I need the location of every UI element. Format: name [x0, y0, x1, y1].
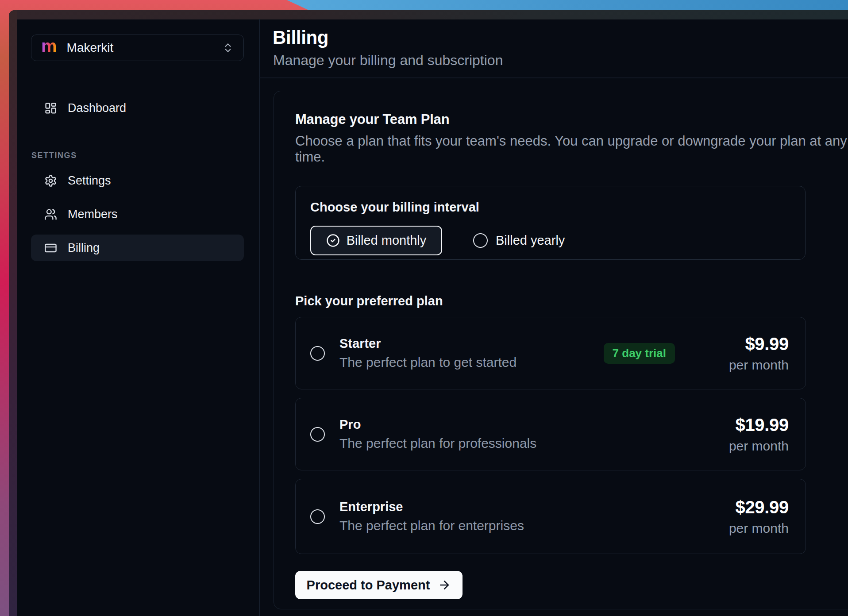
plan-name: Starter — [339, 336, 517, 351]
sidebar-item-label: Members — [68, 208, 118, 221]
circle-check-icon — [326, 234, 340, 247]
pick-plan-label: Pick your preferred plan — [295, 294, 848, 308]
gear-icon — [44, 174, 57, 187]
users-icon — [44, 208, 57, 221]
plan-row-starter[interactable]: Starter The perfect plan to get started … — [295, 317, 806, 389]
workspace-selector[interactable]: m Makerkit — [31, 35, 244, 61]
window-titlebar — [9, 10, 848, 19]
billing-interval-label: Choose your billing interval — [310, 200, 790, 215]
plan-price: $9.99 — [700, 334, 789, 354]
plan-price: $29.99 — [700, 497, 789, 517]
credit-card-icon — [44, 242, 57, 254]
sidebar-item-label: Dashboard — [68, 101, 126, 115]
plan-period: per month — [700, 358, 789, 373]
radio-circle[interactable] — [310, 509, 325, 524]
plan-row-enterprise[interactable]: Enterprise The perfect plan for enterpri… — [295, 479, 806, 554]
header-divider — [259, 77, 848, 78]
makerkit-logo: m — [41, 39, 57, 53]
billing-interval-group: Choose your billing interval Billed mont… — [295, 186, 806, 260]
sidebar-item-settings[interactable]: Settings — [31, 167, 244, 194]
plan-name: Pro — [339, 417, 536, 432]
app-window: m Makerkit Dashboard SETTINGS Settings M… — [9, 10, 848, 616]
team-plan-card: Manage your Team Plan Choose a plan that… — [274, 91, 848, 609]
card-title: Manage your Team Plan — [295, 112, 848, 127]
trial-badge: 7 day trial — [604, 343, 675, 364]
plan-description: The perfect plan for professionals — [339, 436, 536, 451]
workspace-name: Makerkit — [67, 41, 114, 55]
sidebar-section-settings: SETTINGS — [31, 151, 77, 160]
billed-monthly-label: Billed monthly — [347, 233, 427, 248]
sidebar-item-label: Billing — [68, 241, 100, 255]
proceed-button-label: Proceed to Payment — [307, 578, 430, 593]
desktop: { "sidebar": { "workspace": { "logo_lett… — [0, 0, 848, 616]
page-title: Billing — [273, 27, 328, 48]
billed-yearly-label: Billed yearly — [496, 233, 565, 248]
page-subtitle: Manage your billing and subscription — [273, 52, 503, 69]
billed-yearly-option[interactable]: Billed yearly — [473, 233, 565, 248]
radio-circle[interactable] — [310, 346, 325, 361]
plan-row-pro[interactable]: Pro The perfect plan for professionals $… — [295, 398, 806, 470]
sidebar-item-members[interactable]: Members — [31, 201, 244, 227]
plan-name: Enterprise — [339, 500, 524, 514]
plan-period: per month — [700, 521, 789, 536]
plan-period: per month — [700, 439, 789, 454]
sidebar-item-label: Settings — [68, 174, 111, 188]
radio-circle[interactable] — [310, 427, 325, 442]
radio-circle[interactable] — [473, 233, 488, 248]
billed-monthly-option[interactable]: Billed monthly — [310, 226, 442, 255]
plan-description: The perfect plan to get started — [339, 355, 517, 370]
sidebar-item-dashboard[interactable]: Dashboard — [31, 95, 244, 121]
chevrons-up-down-icon — [222, 42, 234, 54]
sidebar-item-billing[interactable]: Billing — [31, 235, 244, 261]
plan-description: The perfect plan for enterprises — [339, 518, 524, 533]
sidebar-divider — [259, 19, 260, 616]
plan-price: $19.99 — [700, 415, 789, 435]
proceed-to-payment-button[interactable]: Proceed to Payment — [295, 571, 463, 599]
window-left-edge — [9, 10, 17, 616]
arrow-right-icon — [438, 578, 451, 592]
card-subtitle: Choose a plan that fits your team's need… — [295, 133, 848, 165]
layout-dashboard-icon — [44, 102, 57, 115]
